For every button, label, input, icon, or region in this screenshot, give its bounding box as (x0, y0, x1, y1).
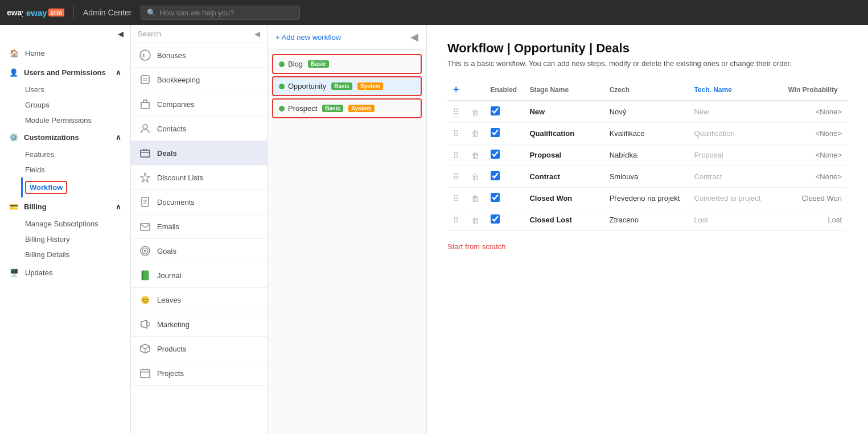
table-row: ⠿ 🗑 New Nový New <None> (447, 101, 848, 123)
bonuses-icon: $ (139, 49, 151, 61)
module-panel-collapse-icon[interactable]: ◀ (254, 30, 260, 38)
module-item-contacts[interactable]: Contacts (131, 117, 267, 141)
tech-name-new: New (688, 101, 782, 123)
enabled-checkbox-qualification[interactable] (491, 128, 500, 137)
module-item-documents[interactable]: Documents (131, 190, 267, 214)
module-item-journal[interactable]: Journal (131, 263, 267, 288)
deals-icon (139, 147, 151, 159)
sidebar-section-users[interactable]: 👤 Users and Permissions ∧ (0, 63, 130, 82)
sidebar-billing-sub: Manage Subscriptions Billing History Bil… (0, 216, 130, 262)
delete-icon-closed-won[interactable]: 🗑 (471, 194, 479, 203)
sidebar-item-groups[interactable]: Groups (25, 97, 130, 113)
drag-handle-proposal[interactable]: ⠿ (453, 151, 458, 160)
module-item-projects[interactable]: Projects (131, 361, 267, 386)
win-prob-closed-won: Closed Won (782, 188, 848, 209)
sidebar-item-users[interactable]: Users (25, 82, 130, 97)
search-input[interactable] (159, 9, 294, 17)
sidebar-item-fields[interactable]: Fields (25, 162, 130, 177)
table-row: ⠿ 🗑 Contract Smlouva Contract <None> (447, 166, 848, 188)
sidebar-section-billing[interactable]: 💳 Billing ∧ (0, 197, 130, 216)
customizations-icon: ⚙️ (9, 133, 18, 142)
enabled-checkbox-closed-won[interactable] (491, 193, 500, 202)
search-icon: 🔍 (147, 9, 156, 17)
module-item-bookkeeping[interactable]: Bookkeeping (131, 68, 267, 92)
sidebar-item-workflow[interactable]: Workflow (21, 177, 130, 197)
topbar-search-box[interactable]: 🔍 (141, 6, 300, 20)
drag-handle-contract[interactable]: ⠿ (453, 172, 458, 181)
win-prob-new: <None> (782, 101, 848, 123)
workflow-entry-blog[interactable]: Blog Basic (272, 54, 422, 74)
drag-handle-qualification[interactable]: ⠿ (453, 129, 458, 138)
discount-lists-icon (139, 171, 151, 184)
module-item-bonuses[interactable]: $ Bonuses (131, 43, 267, 68)
app-logo: eway eway crm (7, 7, 64, 18)
leaves-icon: 😊 (139, 294, 151, 306)
sidebar-item-manage-subscriptions[interactable]: Manage Subscriptions (25, 216, 130, 232)
sidebar-item-updates[interactable]: 🖥️ Updates (0, 262, 130, 283)
svg-text:eway: eway (7, 8, 23, 17)
billing-chevron-icon: ∧ (116, 202, 121, 211)
delete-icon-closed-lost[interactable]: 🗑 (471, 216, 479, 225)
module-item-companies[interactable]: Companies (131, 92, 267, 117)
col-header-stage: Stage Name (524, 79, 603, 101)
add-workflow-button[interactable]: + Add new workflow (275, 33, 341, 42)
emails-icon (139, 220, 151, 233)
logo-eway: eway (26, 8, 47, 18)
svg-point-21 (144, 250, 146, 252)
sidebar-item-home[interactable]: 🏠 Home (0, 43, 130, 63)
drag-handle-new[interactable]: ⠿ (453, 108, 458, 117)
drag-handle-closed-lost[interactable]: ⠿ (453, 216, 458, 225)
sidebar-item-billing-history[interactable]: Billing History (25, 232, 130, 247)
logo-crm: crm (48, 9, 64, 16)
module-item-emails[interactable]: Emails (131, 214, 267, 239)
customizations-label: Customizations (24, 133, 79, 142)
czech-qualification: Kvalifikace (604, 123, 689, 144)
goals-icon (139, 245, 151, 257)
sidebar-collapse[interactable]: ◀ (0, 25, 130, 43)
module-item-products[interactable]: Products (131, 337, 267, 361)
marketing-icon (139, 318, 151, 330)
module-item-deals[interactable]: Deals (131, 141, 267, 166)
sidebar-item-module-permissions[interactable]: Module Permissions (25, 113, 130, 128)
module-item-discount-lists[interactable]: Discount Lists (131, 166, 267, 190)
users-icon: 👤 (9, 68, 18, 77)
svg-text:$: $ (142, 53, 145, 59)
delete-icon-contract[interactable]: 🗑 (471, 172, 479, 181)
products-icon (139, 342, 151, 355)
home-icon: 🏠 (9, 48, 19, 58)
workflow-box: Workflow (25, 181, 67, 194)
col-header-czech: Czech (604, 79, 689, 101)
sidebar-item-features[interactable]: Features (25, 147, 130, 162)
workflow-entry-opportunity[interactable]: Opportunity Basic System (272, 76, 422, 96)
add-row-icon[interactable]: + (453, 84, 459, 95)
sidebar-section-customizations[interactable]: ⚙️ Customizations ∧ (0, 128, 130, 147)
delete-icon-qualification[interactable]: 🗑 (471, 129, 479, 138)
badge-system-opportunity: System (357, 82, 384, 90)
delete-icon-proposal[interactable]: 🗑 (471, 151, 479, 160)
sidebar-customizations-sub: Features Fields Workflow (0, 147, 130, 197)
content-description: This is a basic workflow. You can add ne… (447, 59, 848, 68)
drag-handle-closed-won[interactable]: ⠿ (453, 194, 458, 203)
start-from-scratch-button[interactable]: Start from scratch (447, 242, 506, 251)
tech-name-closed-lost: Lost (688, 209, 782, 231)
module-item-marketing[interactable]: Marketing (131, 312, 267, 337)
workflow-list-collapse-icon[interactable]: ◀ (410, 31, 418, 43)
table-row: ⠿ 🗑 Closed Lost Ztraceno Lost Lost (447, 209, 848, 231)
module-item-goals[interactable]: Goals (131, 239, 267, 263)
enabled-checkbox-new[interactable] (491, 106, 500, 115)
workflow-entry-prospect[interactable]: Prospect Basic System (272, 98, 422, 118)
badge-system-prospect: System (348, 105, 375, 112)
svg-rect-6 (141, 102, 149, 109)
customizations-chevron-icon: ∧ (116, 133, 121, 142)
svg-rect-18 (141, 224, 150, 230)
enabled-checkbox-contract[interactable] (491, 171, 500, 180)
badge-basic-opportunity: Basic (331, 82, 352, 90)
enabled-checkbox-proposal[interactable] (491, 150, 500, 159)
sidebar-item-billing-details[interactable]: Billing Details (25, 247, 130, 262)
enabled-checkbox-closed-lost[interactable] (491, 214, 500, 224)
module-search-input[interactable] (138, 30, 254, 38)
delete-icon-new[interactable]: 🗑 (471, 108, 479, 117)
documents-icon (139, 196, 151, 208)
topbar-divider (73, 6, 74, 19)
module-item-leaves[interactable]: 😊 Leaves (131, 288, 267, 312)
